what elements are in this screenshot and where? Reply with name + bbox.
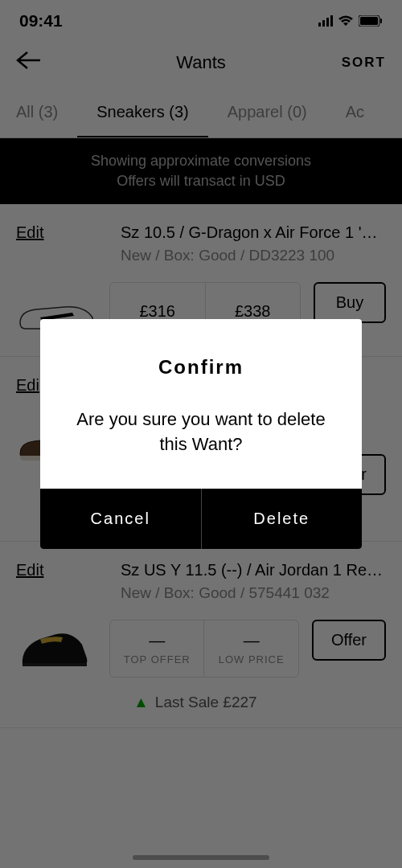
cancel-button[interactable]: Cancel	[40, 489, 202, 549]
modal-text: Are you sure you want to delete this Wan…	[64, 407, 338, 457]
modal-title: Confirm	[64, 356, 338, 379]
modal-overlay[interactable]: Confirm Are you sure you want to delete …	[0, 0, 402, 868]
delete-button[interactable]: Delete	[202, 489, 363, 549]
confirm-modal: Confirm Are you sure you want to delete …	[40, 319, 362, 550]
